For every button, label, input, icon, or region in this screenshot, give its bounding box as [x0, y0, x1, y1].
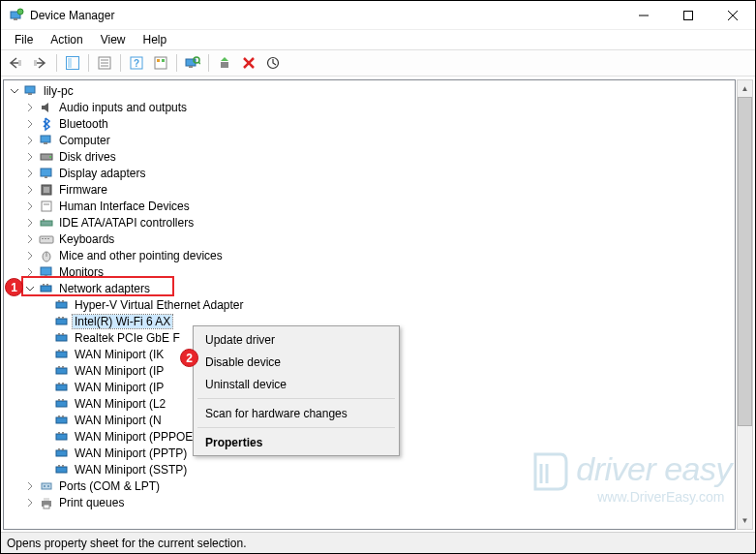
tree-category[interactable]: Monitors	[8, 263, 735, 280]
tree-category[interactable]: Keyboards	[8, 231, 735, 247]
keyboard-icon	[39, 231, 54, 247]
expand-icon[interactable]	[23, 183, 37, 197]
menu-action[interactable]: Action	[43, 32, 90, 47]
action-button[interactable]	[149, 52, 172, 74]
svg-rect-8	[34, 60, 37, 66]
tree-category-label: Ports (COM & LPT)	[57, 479, 162, 493]
update-driver-button[interactable]	[213, 52, 236, 74]
content-area: lily-pc Audio inputs and outputsBluetoot…	[1, 77, 755, 532]
scroll-down-button[interactable]: ▼	[738, 512, 752, 529]
tree-device-label: WAN Miniport (PPTP)	[73, 446, 189, 460]
svg-rect-85	[62, 465, 64, 467]
svg-rect-90	[44, 498, 49, 501]
expand-icon[interactable]	[23, 101, 37, 114]
tree-category[interactable]: Computer	[8, 132, 735, 148]
tree-category[interactable]: Audio inputs and outputs	[8, 99, 735, 115]
tree-device[interactable]: Hyper-V Virtual Ethernet Adapter	[8, 296, 735, 313]
tree-device-label: WAN Miniport (PPPOE)	[73, 430, 198, 444]
tree-category[interactable]: Disk drives	[8, 148, 735, 165]
tree-category[interactable]: IDE ATA/ATAPI controllers	[8, 214, 735, 231]
tree-device[interactable]: WAN Miniport (SSTP)	[8, 461, 735, 477]
svg-rect-67	[62, 366, 64, 368]
expand-icon[interactable]	[23, 232, 37, 246]
expand-icon[interactable]	[23, 265, 37, 279]
svg-rect-65	[56, 368, 67, 374]
expand-icon[interactable]	[23, 249, 37, 262]
network-adapter-icon	[39, 281, 54, 296]
svg-rect-35	[45, 176, 47, 178]
show-hide-tree-button[interactable]	[61, 52, 84, 74]
tree-category[interactable]: Human Interface Devices	[8, 198, 735, 214]
close-button[interactable]	[711, 1, 755, 30]
svg-rect-43	[42, 238, 44, 239]
tree-category-label: Display adapters	[57, 167, 147, 180]
scan-hardware-button[interactable]	[181, 52, 204, 74]
scroll-up-button[interactable]: ▲	[738, 80, 752, 97]
network-adapter-icon	[54, 363, 70, 379]
svg-rect-75	[58, 416, 60, 417]
scroll-track[interactable]	[738, 426, 752, 512]
tree-category-network[interactable]: Network adapters	[8, 280, 735, 296]
menu-help[interactable]: Help	[136, 32, 175, 47]
expand-icon[interactable]	[23, 150, 37, 164]
svg-rect-59	[56, 335, 67, 341]
svg-rect-34	[41, 169, 51, 176]
expand-icon[interactable]	[23, 216, 37, 230]
svg-rect-50	[41, 286, 51, 292]
svg-rect-31	[44, 142, 47, 144]
svg-point-87	[44, 485, 45, 487]
collapse-icon[interactable]	[23, 282, 37, 295]
expand-icon[interactable]	[23, 167, 37, 180]
forward-button[interactable]	[29, 52, 52, 74]
svg-rect-69	[58, 383, 60, 385]
svg-rect-38	[42, 201, 51, 211]
expand-icon[interactable]	[23, 134, 37, 147]
maximize-button[interactable]	[666, 1, 711, 30]
vertical-scrollbar[interactable]: ▲ ▼	[737, 79, 753, 530]
svg-rect-77	[56, 434, 67, 440]
svg-rect-84	[58, 465, 60, 467]
collapse-icon[interactable]	[8, 84, 21, 98]
scroll-thumb[interactable]	[738, 97, 752, 426]
tree-category[interactable]: Display adapters	[8, 165, 735, 181]
tree-category[interactable]: Bluetooth	[8, 115, 735, 132]
expand-icon[interactable]	[23, 496, 37, 509]
network-adapter-icon	[54, 314, 70, 329]
ctx-properties[interactable]: Properties	[196, 431, 397, 453]
menu-view[interactable]: View	[93, 32, 134, 47]
expand-icon[interactable]	[23, 117, 37, 131]
tree-category[interactable]: Print queues	[8, 494, 735, 510]
expand-icon[interactable]	[23, 200, 37, 213]
tree-category[interactable]: Ports (COM & LPT)	[8, 477, 735, 494]
tree-root[interactable]: lily-pc	[8, 82, 735, 99]
back-button[interactable]	[5, 52, 28, 74]
disable-button[interactable]	[261, 52, 285, 74]
minimize-button[interactable]	[621, 1, 666, 30]
toolbar: ?	[1, 49, 755, 77]
tree-category[interactable]: Mice and other pointing devices	[8, 247, 735, 263]
svg-rect-68	[56, 385, 67, 390]
ctx-separator	[197, 427, 395, 428]
svg-rect-91	[44, 505, 49, 508]
svg-rect-60	[58, 333, 60, 335]
svg-rect-17	[155, 57, 166, 69]
expand-icon[interactable]	[23, 479, 37, 493]
svg-rect-64	[62, 350, 64, 352]
svg-rect-56	[56, 319, 67, 324]
ide-icon	[39, 215, 54, 231]
ctx-scan-hardware[interactable]: Scan for hardware changes	[196, 402, 397, 424]
bluetooth-icon	[39, 116, 54, 132]
ctx-uninstall-device[interactable]: Uninstall device	[196, 373, 397, 395]
help-button[interactable]: ?	[125, 52, 148, 74]
svg-point-33	[49, 156, 51, 158]
svg-rect-4	[684, 11, 693, 19]
callout-2: 2	[180, 349, 198, 367]
ctx-update-driver[interactable]: Update driver	[196, 328, 397, 351]
svg-rect-86	[42, 483, 51, 489]
tree-category[interactable]: Firmware	[8, 181, 735, 198]
ctx-disable-device[interactable]: Disable device	[196, 351, 397, 373]
uninstall-button[interactable]	[237, 52, 260, 74]
toolbar-separator	[176, 54, 177, 72]
menu-file[interactable]: File	[7, 32, 41, 47]
properties-button[interactable]	[93, 52, 116, 74]
